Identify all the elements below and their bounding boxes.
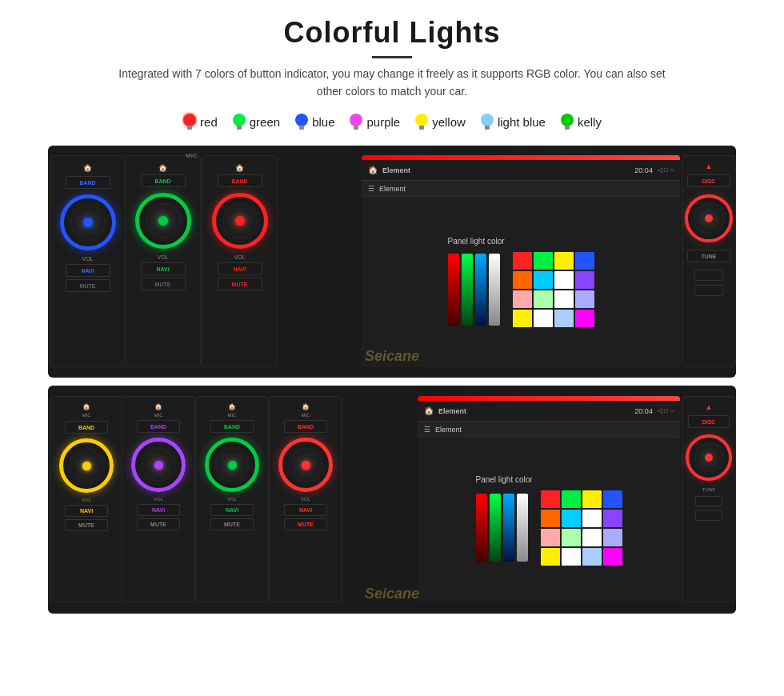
knob-3-red[interactable]	[212, 193, 268, 249]
band-btn-3b[interactable]: BAND	[210, 420, 254, 433]
knob-1-blue[interactable]	[60, 194, 116, 250]
color-cell[interactable]	[541, 529, 560, 546]
color-label-yellow: yellow	[432, 115, 466, 129]
svg-rect-3	[237, 126, 242, 130]
navi-btn-1b[interactable]: NAVI	[65, 505, 108, 517]
mute-btn-3[interactable]: MUTE	[218, 278, 262, 290]
map-btn-1[interactable]	[694, 270, 723, 281]
knob-2b-purple[interactable]	[131, 438, 186, 492]
mute-btn-2b[interactable]: MUTE	[137, 518, 180, 530]
color-cell[interactable]	[575, 271, 594, 289]
knob-2-green[interactable]	[135, 193, 191, 249]
color-cell[interactable]	[562, 548, 581, 566]
navi-btn-2[interactable]: NAVI	[141, 262, 186, 275]
band-btn-3[interactable]: BAND	[218, 174, 262, 187]
rst-btn-1[interactable]	[694, 285, 723, 296]
color-cell[interactable]	[554, 271, 574, 289]
band-btn-4b[interactable]: BAND	[284, 420, 327, 433]
status-bar-2: 🏠 Element 20:04 ◁ □ ○	[418, 401, 680, 422]
color-cell[interactable]	[603, 529, 622, 546]
color-cell[interactable]	[534, 252, 553, 270]
color-cell[interactable]	[513, 252, 532, 270]
color-cell[interactable]	[582, 490, 602, 508]
band-btn-2b[interactable]: BAND	[137, 420, 180, 433]
color-cell[interactable]	[562, 510, 581, 527]
panel-1-blue: 🏠 BAND VOL NAVI MUTE	[50, 155, 126, 367]
mute-btn-1[interactable]: MUTE	[66, 279, 110, 292]
navi-btn-1[interactable]: NAVI	[66, 264, 110, 277]
color-cell[interactable]	[575, 252, 594, 270]
color-label-green: green	[250, 115, 280, 129]
right-knob-1[interactable]	[685, 194, 733, 242]
navi-btn-4b[interactable]: NAVI	[284, 504, 327, 516]
color-cell[interactable]	[541, 490, 560, 508]
navi-btn-2b[interactable]: NAVI	[137, 504, 180, 516]
band-btn-1b[interactable]: BAND	[65, 421, 108, 434]
color-cell[interactable]	[603, 548, 622, 566]
mute-btn-2[interactable]: MUTE	[141, 278, 186, 290]
color-cell[interactable]	[513, 310, 532, 327]
mute-btn-1b[interactable]: MUTE	[65, 519, 108, 531]
color-cell[interactable]	[534, 290, 553, 308]
color-cell[interactable]	[603, 510, 622, 527]
color-cell[interactable]	[582, 510, 602, 527]
lightblue-bulb-icon	[480, 112, 494, 133]
tune-btn-1[interactable]: TUNE	[687, 250, 730, 262]
color-cell[interactable]	[603, 490, 622, 508]
device-section: 🏠 BAND VOL NAVI MUTE 🏠 BAND	[32, 146, 752, 614]
screen2-content: Panel light color	[418, 438, 680, 602]
band-btn-1[interactable]: BAND	[66, 176, 110, 189]
color-cell[interactable]	[582, 548, 602, 566]
color-cell[interactable]	[534, 310, 553, 327]
map-btn-2[interactable]	[695, 496, 722, 506]
color-cell[interactable]	[562, 529, 581, 546]
navi-btn-3[interactable]: NAVI	[218, 262, 262, 275]
color-cell[interactable]	[575, 290, 594, 308]
mute-btn-4b[interactable]: MUTE	[284, 518, 327, 530]
panel-2b-purple: 🏠 MIC BAND VOL NAVI MUTE	[122, 396, 195, 602]
color-label-red: red	[200, 115, 218, 129]
mic-label-1: MIC	[186, 152, 198, 159]
band-btn-2[interactable]: BAND	[141, 174, 186, 187]
color-cell[interactable]	[513, 290, 532, 308]
svg-rect-5	[299, 126, 304, 130]
green-bulb-icon	[232, 112, 246, 133]
knob-3b-green[interactable]	[205, 438, 259, 492]
color-cell[interactable]	[541, 510, 560, 527]
screen-1: 🏠 Element 20:04 ◁ □ ○ ☰ Element Panel li…	[362, 155, 680, 367]
screen-2: 🏠 Element 20:04 ◁ □ ○ ☰ Element Panel li…	[418, 396, 680, 602]
color-cell[interactable]	[534, 271, 553, 289]
left-panels-1: 🏠 BAND VOL NAVI MUTE 🏠 BAND	[48, 146, 360, 378]
knob-1b-yellow[interactable]	[59, 438, 114, 493]
disc-btn-1[interactable]: DISC	[687, 174, 730, 187]
svg-rect-7	[354, 126, 358, 130]
right-knob-2[interactable]	[686, 434, 732, 481]
disc-btn-2[interactable]: DISC	[688, 415, 730, 428]
svg-point-0	[183, 114, 196, 126]
color-label-blue: blue	[312, 115, 334, 129]
color-cell[interactable]	[582, 529, 602, 546]
color-cell[interactable]	[554, 310, 574, 327]
color-cell[interactable]	[541, 548, 560, 566]
svg-point-12	[561, 114, 574, 126]
color-cell[interactable]	[562, 490, 581, 508]
panel-3-red: 🏠 BAND VOL NAVI MUTE	[202, 155, 278, 367]
device-1: 🏠 BAND VOL NAVI MUTE 🏠 BAND	[48, 146, 736, 378]
color-cell[interactable]	[554, 290, 574, 308]
screen1-nav-title: Element	[379, 185, 406, 193]
color-item-lightblue: light blue	[480, 112, 546, 133]
knob-4b-red[interactable]	[278, 438, 333, 492]
rst-btn-2[interactable]	[695, 510, 722, 521]
yellow-bulb-icon	[414, 112, 429, 133]
device-2: 🏠 MIC BAND VOL NAVI MUTE 🏠 MIC	[48, 386, 736, 614]
panel-4b-red: 🏠 MIC BAND VOL NAVI MUTE	[269, 396, 342, 602]
title-divider	[372, 56, 412, 58]
screen1-content: Panel light color	[362, 197, 680, 367]
status-bar-1: 🏠 Element 20:04 ◁ □ ○	[362, 160, 680, 181]
color-cell[interactable]	[575, 310, 594, 327]
mute-btn-3b[interactable]: MUTE	[210, 518, 254, 530]
color-label-kelly: kelly	[578, 115, 602, 129]
color-cell[interactable]	[513, 271, 532, 289]
navi-btn-3b[interactable]: NAVI	[210, 504, 254, 516]
color-cell[interactable]	[554, 252, 574, 270]
